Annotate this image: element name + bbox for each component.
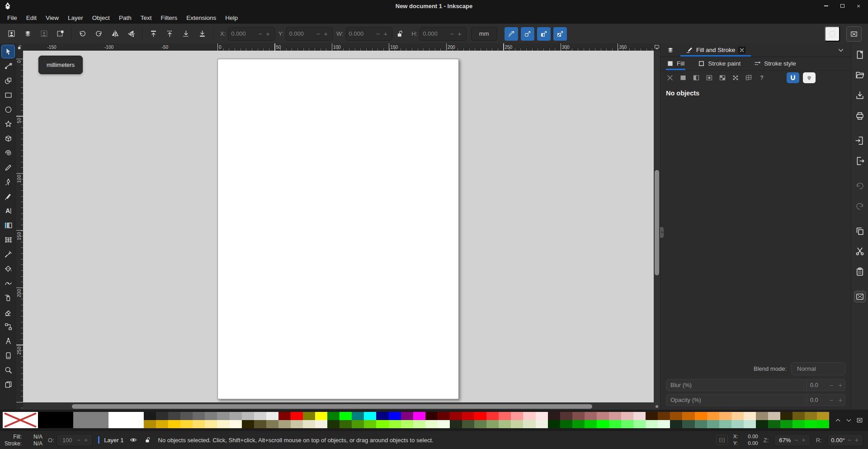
document-open-button[interactable]	[854, 69, 866, 81]
palette-swatch[interactable]	[633, 420, 646, 428]
palette-swatch[interactable]	[597, 420, 609, 428]
tab-fill-and-stroke[interactable]: Fill and Stroke	[680, 43, 751, 57]
gradient-tool[interactable]	[1, 218, 15, 232]
palette-swatch[interactable]	[303, 412, 315, 420]
shape-builder-tool[interactable]	[1, 74, 15, 87]
palette-swatch[interactable]	[217, 412, 229, 420]
palette-swatch[interactable]	[707, 420, 719, 428]
palette-swatch[interactable]	[780, 412, 793, 420]
pencil-tool[interactable]	[1, 161, 15, 174]
opacity-plus[interactable]: +	[82, 436, 90, 444]
cms-toggle[interactable]	[654, 403, 660, 410]
tab-close-icon[interactable]	[738, 47, 745, 54]
zoom-minus[interactable]: −	[793, 436, 800, 444]
document-new-button[interactable]	[854, 49, 866, 61]
palette-swatch[interactable]	[450, 412, 462, 420]
vertical-ruler[interactable]: 050100150200250	[16, 51, 23, 410]
palette-scroll-down-button[interactable]	[844, 416, 853, 424]
blur-slider[interactable]: Blur (%) 0.0 − +	[666, 379, 845, 391]
menu-path[interactable]: Path	[114, 13, 136, 23]
palette-swatch[interactable]	[670, 412, 682, 420]
palette-swatch[interactable]	[682, 412, 694, 420]
palette-swatch[interactable]	[266, 412, 278, 420]
palette-swatch[interactable]	[499, 412, 511, 420]
copy-button[interactable]	[854, 225, 866, 237]
horizontal-scrollbar-thumb[interactable]	[72, 404, 592, 409]
ellipse-tool[interactable]	[1, 103, 15, 116]
document-save-button[interactable]	[854, 90, 866, 101]
menu-view[interactable]: View	[41, 13, 63, 23]
palette-swatch[interactable]	[633, 412, 646, 420]
blur-value[interactable]: 0.0	[806, 379, 827, 391]
paint-bucket-tool[interactable]	[1, 262, 15, 275]
blend-mode-select[interactable]: Normal	[791, 362, 845, 375]
guide-lock-icon[interactable]	[16, 43, 23, 51]
rectangle-tool[interactable]	[1, 88, 15, 102]
palette-swatch[interactable]	[291, 412, 303, 420]
palette-swatch[interactable]	[254, 420, 266, 428]
menu-edit[interactable]: Edit	[22, 13, 41, 23]
connector-tool[interactable]	[1, 320, 15, 333]
x-position-value[interactable]: 0.000	[231, 30, 256, 37]
dialog-fill-stroke-button[interactable]	[854, 291, 866, 302]
rotate-cw-button[interactable]	[91, 26, 106, 42]
palette-swatch[interactable]	[242, 420, 254, 428]
palette-swatch[interactable]	[376, 420, 388, 428]
zoom-spinner[interactable]: 67% − +	[774, 434, 810, 446]
palette-swatch[interactable]	[658, 412, 670, 420]
eraser-tool[interactable]	[1, 305, 15, 319]
redo-button[interactable]	[854, 200, 866, 212]
palette-swatch[interactable]	[731, 412, 744, 420]
palette-swatch[interactable]	[327, 412, 340, 420]
palette-swatch[interactable]	[511, 412, 523, 420]
select-all-button[interactable]	[4, 26, 19, 42]
menu-filters[interactable]: Filters	[156, 13, 182, 23]
rotation-value[interactable]: 0.00°	[830, 437, 846, 444]
y-position-increment[interactable]: +	[322, 30, 330, 38]
palette-swatch[interactable]	[230, 420, 242, 428]
tweak-tool[interactable]	[1, 276, 15, 290]
palette-swatch[interactable]	[609, 412, 621, 420]
blur-decrement[interactable]: −	[827, 382, 836, 389]
palette-swatch[interactable]	[364, 412, 376, 420]
height-spinner[interactable]: 0.000−+	[420, 27, 467, 41]
palette-swatch[interactable]	[242, 412, 254, 420]
palette-swatch[interactable]	[180, 420, 193, 428]
maximize-icon[interactable]	[839, 3, 845, 9]
palette-swatch[interactable]	[805, 412, 817, 420]
palette-swatch[interactable]	[548, 420, 560, 428]
horizontal-scrollbar[interactable]	[23, 402, 654, 410]
blur-increment[interactable]: +	[836, 382, 845, 389]
palette-swatch[interactable]	[217, 420, 229, 428]
opacity-decrement[interactable]: −	[827, 397, 836, 404]
height-increment[interactable]: +	[456, 30, 463, 38]
y-position-value[interactable]: 0.000	[289, 30, 314, 37]
dock-resize-handle[interactable]	[660, 227, 664, 238]
rotation-plus[interactable]: +	[853, 436, 860, 444]
palette-swatch[interactable]	[266, 420, 278, 428]
palette-swatch-black[interactable]	[38, 412, 73, 428]
affect-stroke-toggle[interactable]	[505, 27, 518, 41]
star-tool[interactable]	[1, 117, 15, 131]
palette-swatch[interactable]	[621, 420, 633, 428]
palette-swatch[interactable]	[744, 420, 756, 428]
calligraphy-tool[interactable]	[1, 189, 15, 203]
palette-swatch[interactable]	[486, 420, 499, 428]
pages-tool[interactable]	[1, 378, 15, 391]
palette-swatch[interactable]	[756, 420, 768, 428]
select-all-layers-button[interactable]	[20, 26, 35, 42]
palette-swatch[interactable]	[340, 420, 352, 428]
palette-swatch[interactable]	[585, 420, 597, 428]
palette-swatch[interactable]	[291, 420, 303, 428]
palette-swatch[interactable]	[682, 420, 694, 428]
palette-swatch[interactable]	[450, 420, 462, 428]
selector-tool[interactable]	[1, 45, 15, 58]
palette-swatch[interactable]	[462, 412, 474, 420]
palette-swatch[interactable]	[438, 412, 450, 420]
palette-swatch[interactable]	[585, 412, 597, 420]
palette-swatch[interactable]	[719, 420, 731, 428]
paint-swatch-button[interactable]	[731, 74, 740, 82]
spiral-tool[interactable]	[1, 146, 15, 160]
document-print-button[interactable]	[854, 110, 866, 122]
palette-swatch[interactable]	[230, 412, 242, 420]
